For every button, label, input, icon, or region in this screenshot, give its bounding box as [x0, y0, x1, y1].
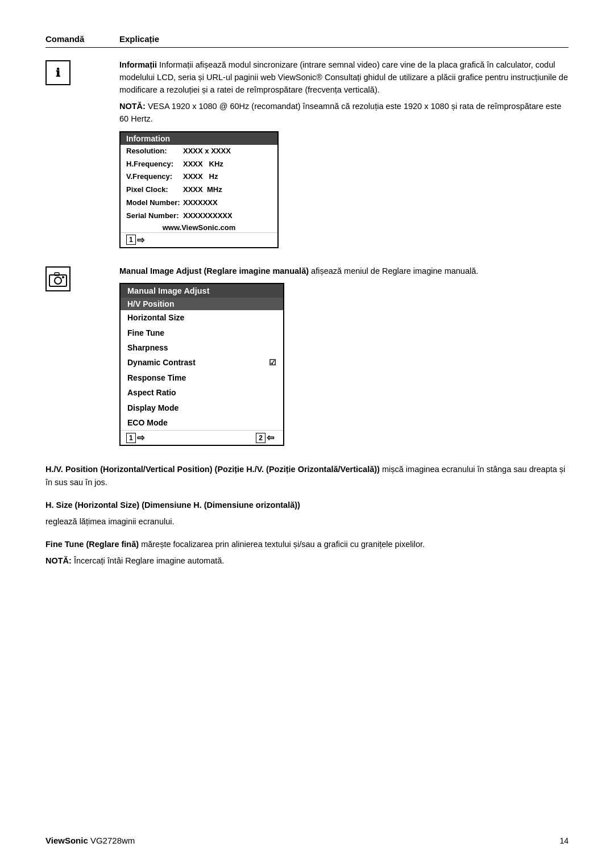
- mia-title: Manual Image Adjust: [121, 284, 283, 298]
- info-value-model: XXXXXXX: [183, 197, 218, 209]
- mia-item-horizontal-size: Horizontal Size: [121, 310, 283, 325]
- info-row-vfreq: V.Frequency: XXXX Hz: [121, 170, 277, 183]
- mia-item-fine-tune: Fine Tune: [121, 326, 283, 340]
- mia-dynamic-contrast-label: Dynamic Contrast: [127, 356, 196, 369]
- info-icon: ℹ: [45, 60, 70, 85]
- info-label-serial: Serial Number:: [126, 210, 183, 222]
- info-row-serial: Serial Number: XXXXXXXXXX: [121, 210, 277, 223]
- info-box-footer: 1 ⇨: [121, 232, 277, 247]
- footer-brand: ViewSonic VG2728wm: [45, 836, 135, 845]
- info-row-model: Model Number: XXXXXXX: [121, 197, 277, 210]
- info-url: www.ViewSonic.com: [121, 223, 277, 232]
- section-manual-image-adjust: Manual Image Adjust (Reglare imagine man…: [45, 265, 569, 451]
- section2-body: Manual Image Adjust (Reglare imagine man…: [119, 265, 569, 278]
- info-label-model: Model Number:: [126, 197, 183, 209]
- section2-icon-cell: [45, 265, 119, 291]
- info-box-title: Information: [121, 132, 277, 145]
- section1-body-text: Informații Informații afișează modul sin…: [119, 59, 569, 96]
- nav1-num: 1: [126, 235, 136, 245]
- info-value-serial: XXXXXXXXXX: [183, 210, 233, 222]
- info-label-pixelclock: Pixel Clock:: [126, 184, 183, 196]
- section1-nota: NOTĂ: VESA 1920 x 1080 @ 60Hz (recomanda…: [119, 101, 569, 126]
- page-footer: ViewSonic VG2728wm 14: [45, 836, 569, 845]
- section1-content: Informații Informații afișează modul sin…: [119, 59, 569, 253]
- svg-point-3: [62, 276, 64, 278]
- fine-tune-bold: Fine Tune (Reglare fină): [45, 540, 139, 549]
- info-row-hfreq: H.Frequency: XXXX KHz: [121, 158, 277, 171]
- section2-content: Manual Image Adjust (Reglare imagine man…: [119, 265, 569, 451]
- section-h-size: H. Size (Horizontal Size) (Dimensiune H.…: [45, 499, 569, 528]
- section1-info-label: Informații: [119, 60, 157, 69]
- mia-nav2: 2 ⇦: [256, 432, 274, 443]
- nav1-arrow: ⇨: [137, 235, 144, 245]
- header-col-command: Comandă: [45, 34, 119, 44]
- mia-nav1-arrow: ⇨: [137, 432, 144, 443]
- section-hv-position: H./V. Position (Horizontal/Vertical Posi…: [45, 463, 569, 489]
- footer-brand-name: ViewSonic: [45, 836, 88, 845]
- header-col-explanation: Explicație: [119, 34, 159, 44]
- mia-nav2-num: 2: [256, 433, 265, 443]
- info-label-resolution: Resolution:: [126, 145, 183, 157]
- footer-page-number: 14: [559, 836, 569, 845]
- mia-nav2-arrow: ⇦: [267, 432, 274, 443]
- fine-tune-nota: NOTĂ: Încercați întâi Reglare imagine au…: [45, 554, 569, 567]
- manual-image-adjust-box: Manual Image Adjust H/V Position Horizon…: [119, 283, 284, 446]
- footer-model: VG2728wm: [90, 836, 135, 845]
- camera-icon: [45, 266, 70, 291]
- mia-item-response-time: Response Time: [121, 370, 283, 385]
- info-row-resolution: Resolution: XXXX x XXXX: [121, 145, 277, 158]
- info-label-hfreq: H.Frequency:: [126, 158, 183, 170]
- info-row-pixelclock: Pixel Clock: XXXX MHz: [121, 183, 277, 197]
- section2-body-text: afișează meniul de Reglare imagine manua…: [311, 266, 478, 276]
- section1-nota-label: NOTĂ:: [119, 102, 146, 111]
- info-label-vfreq: V.Frequency:: [126, 171, 183, 183]
- mia-footer: 1 ⇨ 2 ⇦: [121, 430, 283, 445]
- svg-point-1: [55, 277, 61, 284]
- section2-bold-label: Manual Image Adjust (Reglare imagine man…: [119, 266, 309, 276]
- h-size-text: H. Size (Horizontal Size) (Dimensiune H.…: [45, 499, 569, 511]
- mia-nav1-num: 1: [126, 433, 136, 443]
- fine-tune-nota-label: NOTĂ:: [45, 556, 72, 565]
- dynamic-contrast-check: ☑: [269, 356, 276, 369]
- nav1-btn: 1 ⇨: [126, 235, 144, 245]
- mia-item-aspect-ratio: Aspect Ratio: [121, 385, 283, 400]
- mia-item-display-mode: Display Mode: [121, 400, 283, 415]
- section-fine-tune: Fine Tune (Reglare fină) mărește focaliz…: [45, 538, 569, 567]
- information-box: Information Resolution: XXXX x XXXX H.Fr…: [119, 131, 279, 248]
- section1-nota-text: VESA 1920 x 1080 @ 60Hz (recomandat) îns…: [119, 102, 561, 123]
- section1-icon-cell: ℹ: [45, 59, 119, 85]
- fine-tune-body: mărește focalizarea prin alinierea textu…: [141, 540, 425, 549]
- info-value-hfreq: XXXX KHz: [183, 158, 223, 170]
- page: Comandă Explicație ℹ Informații Informaț…: [0, 0, 614, 868]
- mia-nav1: 1 ⇨: [126, 432, 144, 443]
- info-value-pixelclock: XXXX MHz: [183, 184, 222, 196]
- svg-rect-2: [55, 273, 59, 276]
- fine-tune-nota-text: Încercați întâi Reglare imagine automată…: [74, 556, 224, 565]
- table-header: Comandă Explicație: [45, 34, 569, 48]
- mia-item-eco-mode: ECO Mode: [121, 415, 283, 430]
- fine-tune-text: Fine Tune (Reglare fină) mărește focaliz…: [45, 538, 569, 550]
- info-value-vfreq: XXXX Hz: [183, 171, 218, 183]
- h-size-bold: H. Size (Horizontal Size) (Dimensiune H.…: [45, 500, 300, 510]
- mia-item-dynamic-contrast: Dynamic Contrast ☑: [121, 355, 283, 370]
- mia-item-hv-position: H/V Position: [121, 298, 283, 310]
- info-value-resolution: XXXX x XXXX: [183, 145, 231, 157]
- hv-position-bold: H./V. Position (Horizontal/Vertical Posi…: [45, 465, 380, 474]
- section-information: ℹ Informații Informații afișează modul s…: [45, 59, 569, 253]
- hv-position-text: H./V. Position (Horizontal/Vertical Posi…: [45, 463, 569, 489]
- mia-item-sharpness: Sharpness: [121, 340, 283, 355]
- section1-body-main: Informații afișează modul sincronizare (…: [119, 60, 568, 94]
- h-size-body: reglează lățimea imaginii ecranului.: [45, 515, 569, 528]
